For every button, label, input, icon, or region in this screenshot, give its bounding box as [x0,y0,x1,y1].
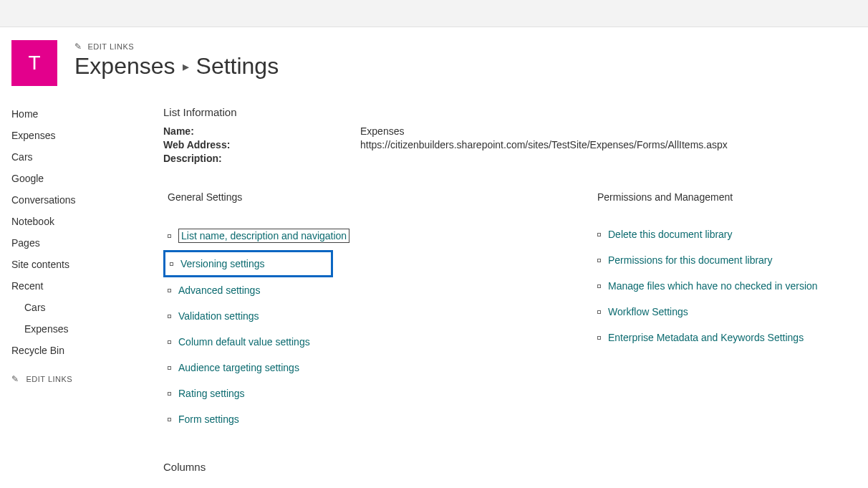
link-text-column-default: Column default value settings [178,336,310,348]
link-audience-targeting[interactable]: Audience targeting settings [163,355,593,381]
breadcrumb: Expenses ▸ Settings [74,53,857,80]
link-list-name[interactable]: List name, description and navigation [163,221,593,250]
list-info-heading: List Information [163,106,857,118]
bullet-icon [597,310,601,314]
bullet-icon [597,233,601,236]
nav-google[interactable]: Google [11,168,148,189]
link-advanced[interactable]: Advanced settings [163,277,593,303]
pencil-icon: ✎ [11,374,19,384]
breadcrumb-page: Settings [196,53,279,80]
nav-pages[interactable]: Pages [11,232,148,254]
list-information: List Information Name: Expenses Web Addr… [163,106,857,164]
info-row-name: Name: Expenses [163,125,857,137]
header-content: ✎ EDIT LINKS Expenses ▸ Settings [74,40,857,80]
edit-links-label: EDIT LINKS [88,42,135,51]
nav-conversations[interactable]: Conversations [11,189,148,211]
link-versioning[interactable]: Versioning settings [163,250,333,277]
link-enterprise-metadata[interactable]: Enterprise Metadata and Keywords Setting… [593,325,857,350]
info-label-description: Description: [163,153,360,164]
bullet-icon [170,262,173,266]
link-text-delete: Delete this document library [608,229,733,240]
top-bar [0,0,868,27]
breadcrumb-separator-icon: ▸ [183,59,189,75]
bullet-icon [168,234,171,238]
nav-recent[interactable]: Recent [11,275,148,297]
info-value-address: https://citizenbuilders.sharepoint.com/s… [360,139,728,150]
link-rating[interactable]: Rating settings [163,381,593,406]
bullet-icon [168,289,171,292]
link-text-audience: Audience targeting settings [178,362,299,373]
link-form[interactable]: Form settings [163,406,593,432]
main-content: List Information Name: Expenses Web Addr… [148,103,857,473]
bullet-icon [597,259,601,262]
general-settings-list: List name, description and navigation Ve… [163,221,593,432]
edit-links-top[interactable]: ✎ EDIT LINKS [74,42,857,52]
link-column-default[interactable]: Column default value settings [163,329,593,355]
permissions-column: Permissions and Management Delete this d… [593,186,857,473]
breadcrumb-list[interactable]: Expenses [74,53,175,80]
link-text-workflow: Workflow Settings [608,306,688,317]
link-text-rating: Rating settings [178,388,245,399]
link-text-permissions: Permissions for this document library [608,254,773,266]
nav-recent-cars[interactable]: Cars [11,297,148,318]
bullet-icon [168,315,171,318]
link-manage-files[interactable]: Manage files which have no checked in ve… [593,273,857,299]
link-text-validation: Validation settings [178,310,259,322]
edit-links-label: EDIT LINKS [26,375,73,383]
info-row-address: Web Address: https://citizenbuilders.sha… [163,139,857,150]
info-label-address: Web Address: [163,139,360,150]
link-text-advanced: Advanced settings [178,284,260,296]
info-label-name: Name: [163,125,360,137]
general-settings-heading: General Settings [163,191,593,203]
bullet-icon [597,336,601,340]
link-workflow[interactable]: Workflow Settings [593,299,857,325]
link-text-enterprise-metadata: Enterprise Metadata and Keywords Setting… [608,332,804,343]
link-text-list-name: List name, description and navigation [178,229,349,243]
info-row-description: Description: [163,153,857,164]
site-logo[interactable]: T [11,40,57,86]
nav-site-contents[interactable]: Site contents [11,254,148,275]
link-text-versioning: Versioning settings [180,258,265,269]
info-value-name: Expenses [360,125,404,137]
nav-recycle-bin[interactable]: Recycle Bin [11,340,148,361]
settings-columns: General Settings List name, description … [163,186,857,473]
bullet-icon [168,392,171,396]
permissions-heading: Permissions and Management [593,191,857,203]
permissions-list: Delete this document library Permissions… [593,221,857,350]
link-validation[interactable]: Validation settings [163,303,593,329]
link-text-form: Form settings [178,413,239,425]
nav-cars[interactable]: Cars [11,146,148,168]
link-delete-library[interactable]: Delete this document library [593,221,857,247]
body: Home Expenses Cars Google Conversations … [0,86,868,473]
bullet-icon [168,340,171,344]
bullet-icon [597,284,601,288]
nav-home[interactable]: Home [11,103,148,125]
columns-heading: Columns [163,461,593,473]
nav-expenses[interactable]: Expenses [11,125,148,146]
general-settings-column: General Settings List name, description … [163,186,593,473]
bullet-icon [168,418,171,421]
bullet-icon [168,366,171,370]
link-permissions-library[interactable]: Permissions for this document library [593,247,857,273]
left-nav: Home Expenses Cars Google Conversations … [11,103,148,473]
edit-links-bottom[interactable]: ✎ EDIT LINKS [11,374,148,384]
nav-recent-expenses[interactable]: Expenses [11,318,148,340]
page-header: T ✎ EDIT LINKS Expenses ▸ Settings [0,27,868,86]
link-text-manage-files: Manage files which have no checked in ve… [608,280,818,292]
pencil-icon: ✎ [74,42,82,52]
nav-notebook[interactable]: Notebook [11,211,148,232]
